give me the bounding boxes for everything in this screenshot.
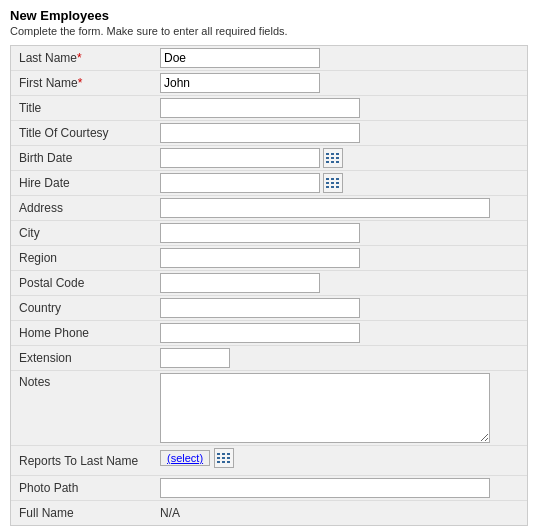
notes-field	[156, 371, 527, 445]
birth-date-calendar-button[interactable]	[323, 148, 343, 168]
form-container: Last Name* First Name* Title Title Of Co…	[10, 45, 528, 526]
full-name-row: Full Name N/A	[11, 501, 527, 525]
notes-textarea[interactable]	[160, 373, 490, 443]
last-name-field	[156, 46, 527, 70]
city-row: City	[11, 221, 527, 246]
last-name-label: Last Name*	[11, 46, 156, 70]
reports-to-label: Reports To Last Name	[11, 451, 156, 471]
address-row: Address	[11, 196, 527, 221]
birth-date-input[interactable]	[160, 148, 320, 168]
title-of-courtesy-field	[156, 121, 527, 145]
calendar-icon	[326, 178, 340, 189]
title-of-courtesy-row: Title Of Courtesy	[11, 121, 527, 146]
hire-date-field	[156, 171, 527, 195]
calendar-icon	[217, 453, 231, 464]
first-name-field	[156, 71, 527, 95]
full-name-field: N/A	[156, 504, 527, 522]
region-input[interactable]	[160, 248, 360, 268]
city-input[interactable]	[160, 223, 360, 243]
hire-date-label: Hire Date	[11, 171, 156, 195]
title-of-courtesy-label: Title Of Courtesy	[11, 121, 156, 145]
first-name-input[interactable]	[160, 73, 320, 93]
hire-date-input[interactable]	[160, 173, 320, 193]
last-name-row: Last Name*	[11, 46, 527, 71]
title-of-courtesy-input[interactable]	[160, 123, 360, 143]
region-row: Region	[11, 246, 527, 271]
extension-field	[156, 346, 527, 370]
page-title: New Employees	[10, 8, 528, 23]
hire-date-row: Hire Date	[11, 171, 527, 196]
notes-label: Notes	[11, 371, 156, 392]
birth-date-row: Birth Date	[11, 146, 527, 171]
extension-input[interactable]	[160, 348, 230, 368]
region-field	[156, 246, 527, 270]
title-field	[156, 96, 527, 120]
calendar-icon	[326, 153, 340, 164]
country-input[interactable]	[160, 298, 360, 318]
page-subtitle: Complete the form. Make sure to enter al…	[10, 25, 528, 37]
city-field	[156, 221, 527, 245]
title-label: Title	[11, 96, 156, 120]
full-name-label: Full Name	[11, 501, 156, 525]
title-row: Title	[11, 96, 527, 121]
country-label: Country	[11, 296, 156, 320]
address-field	[156, 196, 527, 220]
postal-code-field	[156, 271, 527, 295]
home-phone-field	[156, 321, 527, 345]
address-label: Address	[11, 196, 156, 220]
first-name-row: First Name*	[11, 71, 527, 96]
last-name-input[interactable]	[160, 48, 320, 68]
first-name-label: First Name*	[11, 71, 156, 95]
reports-to-select-button[interactable]: (select)	[160, 450, 210, 466]
birth-date-field	[156, 146, 527, 170]
postal-code-label: Postal Code	[11, 271, 156, 295]
home-phone-label: Home Phone	[11, 321, 156, 345]
reports-to-field: (select)	[156, 446, 527, 470]
home-phone-row: Home Phone	[11, 321, 527, 346]
title-input[interactable]	[160, 98, 360, 118]
postal-code-input[interactable]	[160, 273, 320, 293]
city-label: City	[11, 221, 156, 245]
postal-code-row: Postal Code	[11, 271, 527, 296]
page-container: New Employees Complete the form. Make su…	[0, 0, 538, 531]
country-row: Country	[11, 296, 527, 321]
birth-date-label: Birth Date	[11, 146, 156, 170]
extension-label: Extension	[11, 346, 156, 370]
reports-to-row: Reports To Last Name (select)	[11, 446, 527, 476]
hire-date-calendar-button[interactable]	[323, 173, 343, 193]
photo-path-row: Photo Path	[11, 476, 527, 501]
notes-row: Notes	[11, 371, 527, 446]
address-input[interactable]	[160, 198, 490, 218]
photo-path-input[interactable]	[160, 478, 490, 498]
home-phone-input[interactable]	[160, 323, 360, 343]
reports-to-calendar-button[interactable]	[214, 448, 234, 468]
region-label: Region	[11, 246, 156, 270]
photo-path-label: Photo Path	[11, 476, 156, 500]
full-name-value: N/A	[160, 506, 180, 520]
photo-path-field	[156, 476, 527, 500]
extension-row: Extension	[11, 346, 527, 371]
country-field	[156, 296, 527, 320]
